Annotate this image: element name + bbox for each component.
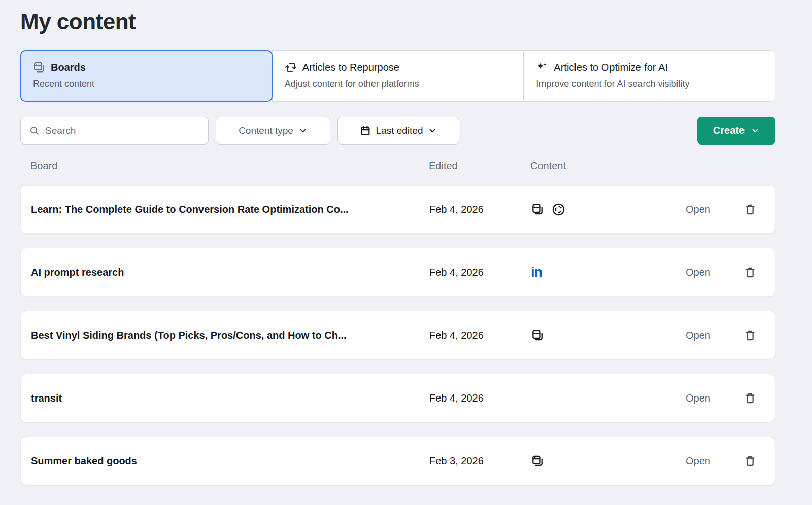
last-edited-label: Last edited <box>376 125 423 136</box>
edited-date: Feb 4, 2026 <box>429 267 531 278</box>
create-button[interactable]: Create <box>697 117 775 145</box>
board-title: Summer baked goods <box>31 455 429 467</box>
column-header-board: Board <box>30 160 429 172</box>
edited-date: Feb 3, 2026 <box>429 455 531 467</box>
board-icon <box>531 329 544 342</box>
tab-boards[interactable]: Boards Recent content <box>20 50 273 102</box>
content-icons: in <box>531 266 686 279</box>
content-icons <box>531 203 686 217</box>
column-header-content: Content <box>530 160 685 172</box>
delete-button[interactable] <box>743 454 757 467</box>
edited-date: Feb 4, 2026 <box>429 392 531 404</box>
table-row[interactable]: AI prompt research Feb 4, 2026 in Open <box>20 248 775 297</box>
board-icon <box>531 203 544 216</box>
tab-boards-subtitle: Recent content <box>33 79 260 89</box>
tab-boards-label: Boards <box>51 62 86 74</box>
globe-arrows-icon <box>552 203 565 217</box>
edited-date: Feb 4, 2026 <box>429 204 531 215</box>
table-header: Board Edited Content <box>20 155 775 177</box>
board-title: Learn: The Complete Guide to Conversion … <box>31 204 429 215</box>
page-title: My content <box>20 9 775 34</box>
board-title: Best Vinyl Siding Brands (Top Picks, Pro… <box>31 330 429 341</box>
trash-icon <box>743 329 757 342</box>
board-title: AI prompt research <box>31 267 429 278</box>
repurpose-icon <box>285 61 297 74</box>
table-row[interactable]: Learn: The Complete Guide to Conversion … <box>20 185 775 234</box>
board-list: Learn: The Complete Guide to Conversion … <box>20 185 775 485</box>
column-header-edited: Edited <box>429 160 530 172</box>
search-input[interactable] <box>45 125 200 136</box>
open-link[interactable]: Open <box>686 267 726 278</box>
open-link[interactable]: Open <box>686 330 726 341</box>
tab-articles-to-repurpose[interactable]: Articles to Repurpose Adjust content for… <box>272 50 524 102</box>
trash-icon <box>743 454 757 467</box>
chevron-down-icon <box>751 126 760 135</box>
trash-icon <box>743 203 757 216</box>
chevron-down-icon <box>428 126 437 135</box>
content-icons <box>531 329 686 342</box>
tab-repurpose-subtitle: Adjust content for other platforms <box>285 79 512 89</box>
search-icon <box>29 125 40 136</box>
open-link[interactable]: Open <box>686 455 726 467</box>
open-link[interactable]: Open <box>686 392 726 404</box>
edited-date: Feb 4, 2026 <box>429 330 531 341</box>
search-box[interactable] <box>20 117 209 145</box>
toolbar: Content type Last edited <box>20 117 775 145</box>
content-tabs: Boards Recent content Articles to Repurp… <box>20 50 775 102</box>
content-icons <box>531 454 686 467</box>
create-button-label: Create <box>713 125 745 136</box>
board-icon <box>531 454 544 467</box>
delete-button[interactable] <box>743 266 757 279</box>
tab-articles-to-optimize[interactable]: Articles to Optimize for AI Improve cont… <box>523 50 775 102</box>
last-edited-dropdown[interactable]: Last edited <box>337 117 459 145</box>
content-type-label: Content type <box>239 125 293 136</box>
open-link[interactable]: Open <box>686 204 726 215</box>
boards-icon <box>33 61 45 74</box>
delete-button[interactable] <box>743 329 757 342</box>
sparkles-icon <box>536 61 548 74</box>
my-content-page: My content Boards Recent content <box>0 0 812 485</box>
trash-icon <box>743 266 757 279</box>
table-row[interactable]: transit Feb 4, 2026 Open <box>20 374 775 422</box>
tab-optimize-label: Articles to Optimize for AI <box>554 62 668 74</box>
delete-button[interactable] <box>743 391 757 405</box>
table-row[interactable]: Summer baked goods Feb 3, 2026 Open <box>20 437 775 485</box>
delete-button[interactable] <box>743 203 757 216</box>
board-title: transit <box>31 392 429 404</box>
content-type-dropdown[interactable]: Content type <box>216 117 330 145</box>
chevron-down-icon <box>298 126 308 135</box>
linkedin-icon: in <box>531 266 542 279</box>
table-row[interactable]: Best Vinyl Siding Brands (Top Picks, Pro… <box>20 311 775 359</box>
tab-repurpose-label: Articles to Repurpose <box>302 62 399 74</box>
tab-optimize-subtitle: Improve content for AI search visibility <box>536 79 763 89</box>
calendar-icon <box>360 125 371 136</box>
trash-icon <box>743 391 757 405</box>
